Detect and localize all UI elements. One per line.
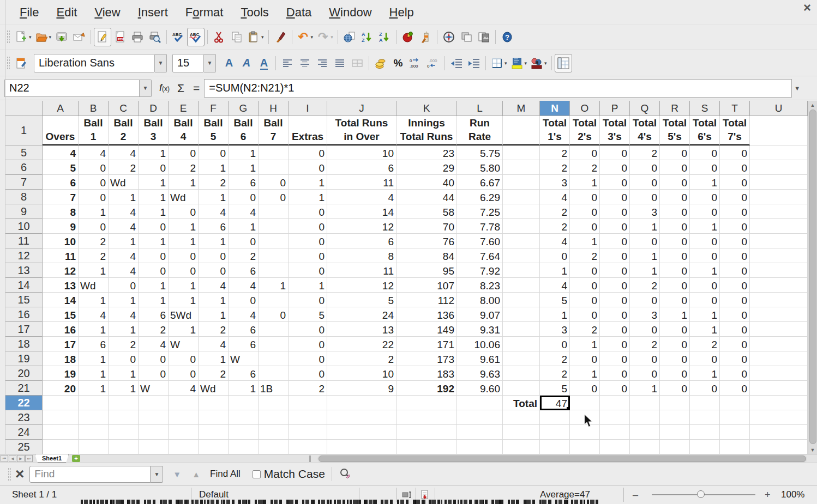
cell-P6[interactable]: 0 [600, 160, 630, 175]
column-header-R[interactable]: R [660, 101, 690, 116]
window-close-icon[interactable]: × [801, 0, 814, 15]
cell-O25[interactable] [570, 440, 600, 454]
row-header-14[interactable]: 14 [5, 278, 43, 293]
cell-S22[interactable] [690, 396, 720, 410]
cell-H13[interactable] [259, 263, 289, 278]
clone-formatting-button[interactable] [272, 28, 289, 46]
cell-P5[interactable]: 0 [600, 145, 630, 160]
font-name-dropdown[interactable]: ▼ [155, 54, 167, 72]
cell-U1[interactable] [750, 116, 808, 145]
font-size-dropdown[interactable]: ▼ [204, 54, 216, 72]
cell-Q21[interactable]: 1 [630, 381, 660, 396]
cell-O5[interactable]: 0 [570, 145, 600, 160]
font-size-combo[interactable]: 15 [172, 54, 204, 72]
cell-K25[interactable] [397, 440, 457, 454]
cell-C7[interactable]: Wd [109, 175, 139, 190]
cell-G22[interactable] [229, 396, 259, 410]
cell-D18[interactable]: 4 [139, 337, 169, 351]
cell-G21[interactable]: 1 [229, 381, 259, 396]
cell-G6[interactable]: 1 [229, 160, 259, 175]
cell-I21[interactable]: 2 [289, 381, 327, 396]
cell-B20[interactable]: 1 [79, 366, 109, 381]
cell-D17[interactable]: 2 [139, 322, 169, 337]
cell-E24[interactable] [169, 425, 199, 440]
cell-E7[interactable]: 1 [169, 175, 199, 190]
cell-N24[interactable] [540, 425, 570, 440]
cell-C20[interactable]: 1 [109, 366, 139, 381]
cell-D25[interactable] [139, 440, 169, 454]
cell-C18[interactable]: 2 [109, 337, 139, 351]
cell-E18[interactable]: W [169, 337, 199, 351]
column-header-J[interactable]: J [327, 101, 397, 116]
cell-L5[interactable]: 5.75 [457, 145, 503, 160]
cell-E22[interactable] [169, 396, 199, 410]
cell-O21[interactable]: 0 [570, 381, 600, 396]
cell-T6[interactable]: 0 [720, 160, 750, 175]
cell-N5[interactable]: 2 [540, 145, 570, 160]
cell-M13[interactable] [503, 263, 540, 278]
cell-Q7[interactable]: 0 [630, 175, 660, 190]
cell-S20[interactable]: 1 [690, 366, 720, 381]
align-left-button[interactable] [279, 54, 296, 72]
insert-chart-button[interactable] [399, 28, 417, 46]
cell-M23[interactable] [503, 410, 540, 425]
cell-N7[interactable]: 3 [540, 175, 570, 190]
cell-B9[interactable]: 1 [79, 204, 109, 219]
cell-A13[interactable]: 12 [43, 263, 79, 278]
function-wizard-icon[interactable]: f(x) [159, 82, 170, 94]
cell-L18[interactable]: 10.06 [457, 337, 503, 351]
decrease-indent-button[interactable] [448, 54, 465, 72]
cell-K13[interactable]: 95 [397, 263, 457, 278]
add-sheet-icon[interactable]: + [72, 455, 80, 462]
cell-O22[interactable] [570, 396, 600, 410]
cell-Q6[interactable]: 0 [630, 160, 660, 175]
cell-S14[interactable]: 0 [690, 278, 720, 293]
cell-D12[interactable]: 0 [139, 248, 169, 263]
cell-O10[interactable]: 0 [570, 219, 600, 234]
cell-J10[interactable]: 12 [327, 219, 397, 234]
bold-button[interactable]: A [220, 54, 238, 72]
cell-A15[interactable]: 14 [43, 293, 79, 307]
cell-I15[interactable]: 0 [289, 293, 327, 307]
cell-C9[interactable]: 4 [109, 204, 139, 219]
cell-N18[interactable]: 0 [540, 337, 570, 351]
cell-I18[interactable]: 0 [289, 337, 327, 351]
column-header-L[interactable]: L [457, 101, 503, 116]
cell-S21[interactable]: 0 [690, 381, 720, 396]
cell-M22[interactable]: Total [503, 396, 540, 410]
currency-button[interactable] [372, 54, 389, 72]
styles-button[interactable] [458, 28, 475, 46]
cell-I25[interactable] [289, 440, 327, 454]
find-next-icon[interactable]: ▼ [173, 470, 181, 479]
cell-T15[interactable]: 0 [720, 293, 750, 307]
cell-U15[interactable] [750, 293, 808, 307]
column-header-T[interactable]: T [720, 101, 750, 116]
cell-Q15[interactable]: 0 [630, 293, 660, 307]
cell-A24[interactable] [43, 425, 79, 440]
cell-D16[interactable]: 6 [139, 307, 169, 322]
cell-P13[interactable]: 0 [600, 263, 630, 278]
cell-B16[interactable]: 4 [79, 307, 109, 322]
column-header-A[interactable]: A [43, 101, 79, 116]
cell-P19[interactable]: 0 [600, 351, 630, 366]
cell-L23[interactable] [457, 410, 503, 425]
cell-G19[interactable]: W [229, 351, 259, 366]
cell-N11[interactable]: 4 [540, 234, 570, 248]
cell-I7[interactable]: 1 [289, 175, 327, 190]
cell-O17[interactable]: 2 [570, 322, 600, 337]
cell-K16[interactable]: 136 [397, 307, 457, 322]
cell-S1[interactable]: Total 6's [690, 116, 720, 145]
cell-G17[interactable]: 6 [229, 322, 259, 337]
cell-I1[interactable]: Extras [289, 116, 327, 145]
cell-F23[interactable] [199, 410, 229, 425]
cell-R11[interactable]: 0 [660, 234, 690, 248]
cell-D13[interactable]: 0 [139, 263, 169, 278]
cell-T8[interactable]: 0 [720, 190, 750, 204]
row-header-11[interactable]: 11 [5, 234, 43, 248]
cell-O9[interactable]: 0 [570, 204, 600, 219]
menu-help[interactable]: Help [381, 0, 423, 25]
add-decimal-button[interactable]: 0.000 [407, 54, 424, 72]
cell-L6[interactable]: 5.80 [457, 160, 503, 175]
cell-D6[interactable]: 0 [139, 160, 169, 175]
cell-J12[interactable]: 8 [327, 248, 397, 263]
